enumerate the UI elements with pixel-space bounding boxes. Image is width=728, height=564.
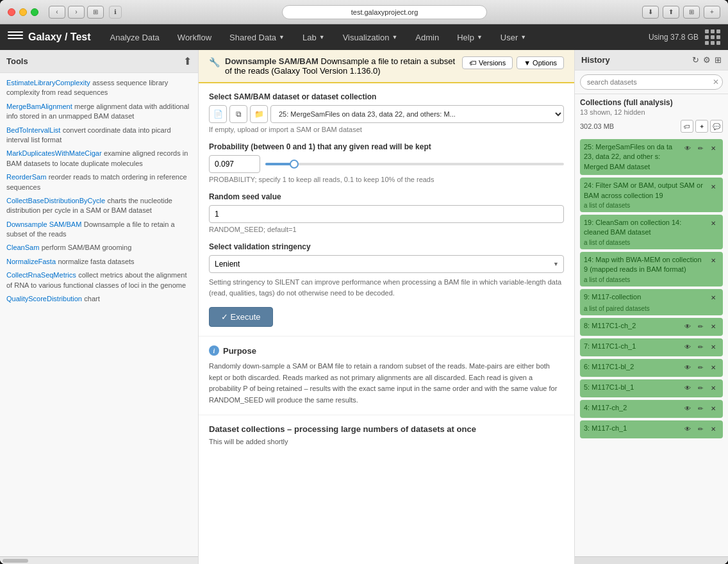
seed-hint: RANDOM_SEED; default=1 bbox=[209, 226, 564, 233]
nav-analyze-data[interactable]: Analyze Data bbox=[101, 24, 169, 50]
edit-icon[interactable]: ✏ bbox=[695, 403, 706, 415]
edit-icon[interactable]: ✏ bbox=[695, 424, 706, 435]
upload-icon[interactable]: ⬆ bbox=[183, 55, 192, 67]
edit-icon[interactable]: ✏ bbox=[695, 383, 706, 394]
tool-link-mark-duplicates[interactable]: MarkDuplicatesWithMateCigar bbox=[6, 149, 102, 157]
seed-input[interactable] bbox=[209, 205, 564, 223]
back-button[interactable]: ‹ bbox=[49, 6, 65, 19]
delete-icon[interactable]: ✕ bbox=[707, 255, 719, 267]
nav-shared-data[interactable]: Shared Data ▼ bbox=[220, 24, 294, 50]
comment-action[interactable]: 💬 bbox=[710, 120, 723, 133]
dataset-title[interactable]: 4: M117-ch_2 bbox=[584, 403, 679, 413]
eye-icon[interactable]: 👁 bbox=[682, 142, 693, 154]
slider-thumb[interactable] bbox=[290, 160, 299, 169]
eye-icon[interactable]: 👁 bbox=[682, 383, 693, 394]
minimize-button[interactable] bbox=[19, 8, 27, 16]
dataset-desc: a list of datasets bbox=[584, 239, 719, 246]
history-search-input[interactable] bbox=[580, 74, 723, 90]
slider-track[interactable] bbox=[265, 163, 564, 165]
tool-link-estimate-library[interactable]: EstimateLibraryComplexity bbox=[6, 79, 90, 87]
dataset-title[interactable]: 8: M117C1-ch_2 bbox=[584, 321, 679, 331]
dataset-folder-btn[interactable]: 📁 bbox=[250, 105, 268, 123]
tool-link-downsample[interactable]: Downsample SAM/BAM bbox=[6, 220, 81, 228]
edit-icon[interactable]: ✏ bbox=[695, 321, 706, 333]
download-button[interactable]: ⬇ bbox=[642, 6, 659, 19]
history-settings-btn[interactable]: ⚙ bbox=[703, 55, 711, 65]
nav-admin[interactable]: Admin bbox=[406, 24, 448, 50]
dataset-title[interactable]: 5: M117C1-bl_1 bbox=[584, 383, 679, 392]
tool-link-bed-to-interval[interactable]: BedToIntervalList bbox=[6, 126, 60, 134]
list-item: 4: M117-ch_2 👁 ✏ ✕ bbox=[580, 400, 723, 418]
list-item: 7: M117C1-ch_1 👁 ✏ ✕ bbox=[580, 338, 723, 356]
main-layout: Tools ⬆ EstimateLibraryComplexity assess… bbox=[0, 50, 728, 564]
dataset-title[interactable]: 9: M117-collection bbox=[584, 292, 705, 302]
delete-icon[interactable]: ✕ bbox=[707, 424, 719, 435]
validation-select[interactable]: Lenient SILENT STRICT bbox=[209, 255, 564, 273]
tool-link-reorder-sam[interactable]: ReorderSam bbox=[6, 173, 46, 181]
delete-icon[interactable]: ✕ bbox=[707, 383, 719, 394]
tool-link-clean-sam[interactable]: CleanSam bbox=[6, 244, 39, 251]
delete-icon[interactable]: ✕ bbox=[707, 142, 719, 154]
probability-input[interactable] bbox=[209, 155, 260, 173]
dataset-select[interactable]: 25: MergeSamFiles on data 23, data 22, a… bbox=[270, 105, 564, 123]
tool-link-quality-score[interactable]: QualityScoreDistribution bbox=[6, 295, 82, 303]
edit-icon[interactable]: ✏ bbox=[695, 362, 706, 374]
dataset-title[interactable]: 7: M117C1-ch_1 bbox=[584, 342, 679, 351]
versions-button[interactable]: 🏷 Versions bbox=[462, 56, 513, 69]
tool-link-collect-base[interactable]: CollectBaseDistributionByCycle bbox=[6, 197, 105, 204]
dataset-title[interactable]: 24: Filter SAM or BAM, output SAM or BAM… bbox=[584, 181, 705, 201]
delete-icon[interactable]: ✕ bbox=[707, 362, 719, 374]
tool-link-merge-bam[interactable]: MergeBamAlignment bbox=[6, 103, 72, 110]
execute-button[interactable]: ✓ Execute bbox=[209, 307, 273, 327]
dataset-file-btn[interactable]: 📄 bbox=[209, 105, 227, 123]
dataset-title[interactable]: 3: M117-ch_1 bbox=[584, 424, 679, 433]
nav-lab[interactable]: Lab ▼ bbox=[294, 24, 334, 50]
delete-icon[interactable]: ✕ bbox=[707, 403, 719, 415]
delete-icon[interactable]: ✕ bbox=[707, 292, 719, 304]
plus-button[interactable]: + bbox=[704, 6, 720, 19]
history-scrollbar[interactable] bbox=[575, 556, 728, 564]
sidebar-scrollbar[interactable] bbox=[0, 556, 198, 564]
search-clear-icon[interactable]: ✕ bbox=[713, 78, 719, 87]
dataset-title[interactable]: 19: CleanSam on collection 14: cleaned B… bbox=[584, 218, 705, 238]
tool-link-collect-rna[interactable]: CollectRnaSeqMetrics bbox=[6, 271, 76, 279]
dataset-copy-btn[interactable]: ⧉ bbox=[229, 105, 247, 123]
app-grid[interactable] bbox=[705, 29, 720, 45]
edit-icon[interactable]: ✏ bbox=[695, 142, 706, 154]
window-toggle[interactable]: ⊞ bbox=[87, 6, 104, 19]
delete-icon[interactable]: ✕ bbox=[707, 218, 719, 229]
eye-icon[interactable]: 👁 bbox=[682, 362, 693, 374]
history-columns-btn[interactable]: ⊞ bbox=[715, 55, 722, 65]
dataset-item-header: 7: M117C1-ch_1 👁 ✏ ✕ bbox=[584, 342, 719, 353]
nav-workflow[interactable]: Workflow bbox=[169, 24, 220, 50]
options-button[interactable]: ▼ Options bbox=[517, 56, 564, 69]
delete-icon[interactable]: ✕ bbox=[707, 181, 719, 192]
maximize-button[interactable] bbox=[31, 8, 38, 16]
dataset-title[interactable]: 14: Map with BWA-MEM on collection 9 (ma… bbox=[584, 255, 705, 275]
forward-button[interactable]: › bbox=[68, 6, 85, 19]
tab-button[interactable]: ⊞ bbox=[683, 6, 700, 19]
eye-icon[interactable]: 👁 bbox=[682, 342, 693, 353]
eye-icon[interactable]: 👁 bbox=[682, 403, 693, 415]
delete-icon[interactable]: ✕ bbox=[707, 342, 719, 353]
history-refresh-btn[interactable]: ↻ bbox=[692, 55, 699, 65]
eye-icon[interactable]: 👁 bbox=[682, 321, 693, 333]
lab-caret: ▼ bbox=[319, 34, 325, 40]
eye-icon[interactable]: 👁 bbox=[682, 424, 693, 435]
dataset-title[interactable]: 25: MergeSamFiles on da ta 23, data 22, … bbox=[584, 142, 679, 172]
history-content: Collections (full analysis) 13 shown, 12… bbox=[575, 94, 728, 556]
share-button[interactable]: ⬆ bbox=[663, 6, 679, 19]
address-bar[interactable]: test.galaxyproject.org bbox=[282, 5, 487, 19]
nav-user[interactable]: User ▼ bbox=[492, 24, 535, 50]
tool-desc: normalize fasta datasets bbox=[58, 258, 134, 265]
delete-icon[interactable]: ✕ bbox=[707, 321, 719, 333]
tool-link-normalize-fasta[interactable]: NormalizeFasta bbox=[6, 258, 56, 265]
close-button[interactable] bbox=[8, 8, 15, 16]
info-button[interactable]: ℹ bbox=[109, 6, 122, 19]
dataset-title[interactable]: 6: M117C1-bl_2 bbox=[584, 362, 679, 372]
nav-visualization[interactable]: Visualization ▼ bbox=[334, 24, 407, 50]
edit-icon[interactable]: ✏ bbox=[695, 342, 706, 353]
tag-action[interactable]: 🏷 bbox=[681, 120, 693, 133]
nav-help[interactable]: Help ▼ bbox=[448, 24, 492, 50]
label-action[interactable]: ✦ bbox=[695, 120, 708, 133]
